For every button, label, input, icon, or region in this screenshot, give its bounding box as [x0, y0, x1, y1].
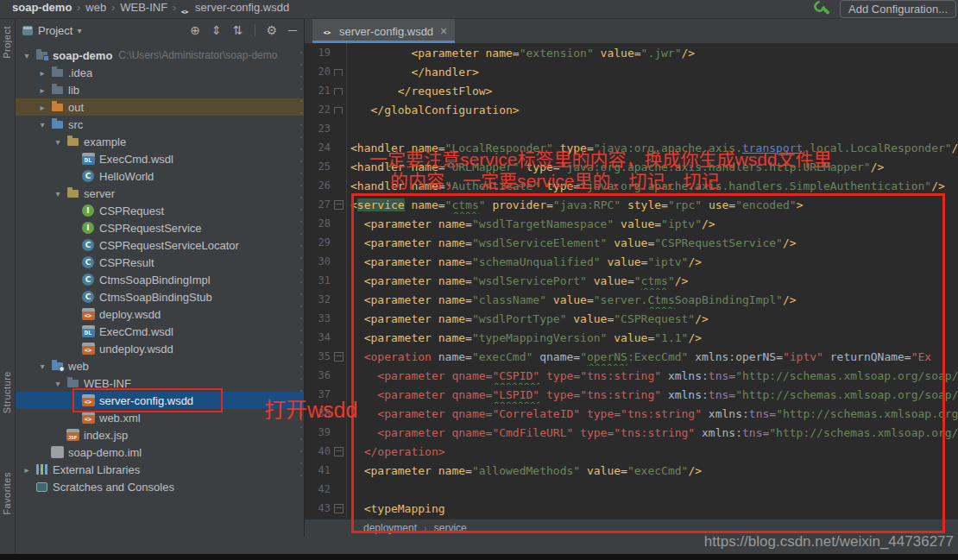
chevron-open-icon[interactable]: ▾: [50, 379, 66, 388]
panel-splitter[interactable]: [300, 52, 302, 483]
editor-tab-bar: <> server-config.wsdd ×: [305, 19, 958, 43]
fold-marker-icon[interactable]: [331, 67, 346, 76]
code-line-24[interactable]: 24<handler name="LocalResponder" type="j…: [305, 138, 958, 157]
code-line-27[interactable]: 27<service name="ctms" provider="java:RP…: [305, 195, 958, 214]
code-line-43[interactable]: 43 <typeMapping: [305, 499, 958, 518]
tree-item-web[interactable]: ▾web: [16, 357, 304, 374]
tree-item-src[interactable]: ▾src: [16, 116, 304, 133]
tree-item-WEB-INF[interactable]: ▾WEB-INF: [16, 374, 304, 392]
editor-breadcrumb-service[interactable]: service: [434, 522, 467, 534]
tree-item-index.jsp[interactable]: JSPindex.jsp: [16, 426, 304, 444]
tree-item-Scratches-and-Consoles[interactable]: Scratches and Consoles: [16, 478, 304, 495]
chevron-open-icon[interactable]: ▾: [35, 120, 50, 129]
code-editor[interactable]: 19 <parameter name="extension" value=".j…: [305, 43, 958, 519]
settings-gear-icon[interactable]: ⚙: [267, 23, 278, 37]
breadcrumb-item-server-config.wsdd[interactable]: server-config.wsdd: [195, 1, 289, 14]
tree-item-ExecCmd.wsdl[interactable]: DLExecCmd.wsdl: [16, 323, 304, 340]
add-configuration-button[interactable]: Add Configuration...: [840, 0, 956, 18]
tree-item-CtmsSoapBindingImpl[interactable]: CCtmsSoapBindingImpl: [16, 271, 304, 288]
breadcrumb-item-soap-demo[interactable]: soap-demo: [12, 1, 72, 14]
code-line-37[interactable]: 37 <parameter qname="LSPID" type="tns:st…: [305, 385, 958, 404]
tree-item-example[interactable]: ▾example: [16, 133, 304, 150]
code-line-20[interactable]: 20 </handler>: [305, 62, 958, 81]
fold-marker-icon[interactable]: [331, 86, 346, 95]
build-wrench-icon[interactable]: [815, 2, 829, 16]
tree-item-out[interactable]: ▸out: [16, 98, 304, 116]
wsdd-file-icon: <>: [320, 24, 334, 38]
tree-item-CSPRequest[interactable]: ICSPRequest: [16, 202, 304, 219]
tree-item-server-config.wsdd[interactable]: <>server-config.wsdd: [16, 392, 304, 409]
fold-marker-icon[interactable]: [331, 200, 346, 210]
code-line-40[interactable]: 40 </operation>: [305, 442, 958, 461]
code-line-28[interactable]: 28 <parameter name="wsdlTargetNamespace"…: [305, 214, 958, 233]
code-line-39[interactable]: 39 <parameter qname="CmdFileURL" type="t…: [305, 423, 958, 442]
close-tab-icon[interactable]: ×: [440, 24, 447, 38]
tree-item-soap-demo.iml[interactable]: soap-demo.iml: [16, 444, 304, 461]
tree-item-CSPResult[interactable]: CCSPResult: [16, 254, 304, 271]
tree-item-server[interactable]: ▾server: [16, 185, 304, 202]
breadcrumb-item-WEB-INF[interactable]: WEB-INF: [120, 1, 167, 14]
code-token: />: [871, 160, 885, 173]
code-line-31[interactable]: 31 <parameter name="wsdlServicePort" val…: [305, 271, 958, 290]
code-token: style=: [621, 198, 668, 211]
tree-item-undeploy.wsdd[interactable]: <>undeploy.wsdd: [16, 340, 304, 357]
chevron-open-icon[interactable]: ▾: [50, 137, 66, 147]
fold-marker-icon[interactable]: [331, 352, 346, 362]
code-line-19[interactable]: 19 <parameter name="extension" value=".j…: [305, 43, 958, 62]
code-line-38[interactable]: 38 <parameter qname="CorrelateID" type="…: [305, 404, 958, 423]
code-line-25[interactable]: 25<handler name="URLMapper" type="java:o…: [305, 157, 958, 176]
chevron-open-icon[interactable]: ▾: [19, 51, 35, 60]
tree-item-soap-demo[interactable]: ▾soap-demoC:\Users\Administrator\soap-de…: [16, 47, 304, 64]
code-line-42[interactable]: 42: [305, 480, 958, 499]
code-line-21[interactable]: 21 </requestFlow>: [305, 81, 958, 100]
tree-item-HelloWorld[interactable]: CHelloWorld: [16, 167, 304, 185]
tree-item-label: Scratches and Consoles: [53, 481, 174, 494]
fold-marker-icon[interactable]: [331, 447, 346, 456]
chevron-open-icon[interactable]: ▾: [50, 189, 66, 198]
code-line-41[interactable]: 41 <parameter name="allowedMethods" valu…: [305, 461, 958, 480]
tree-item-CSPRequestServiceLocator[interactable]: CCSPRequestServiceLocator: [16, 236, 304, 254]
tree-item-External-Libraries[interactable]: ▸External Libraries: [16, 461, 304, 478]
project-panel-title[interactable]: Project: [38, 24, 72, 37]
tree-item-CtmsSoapBindingStub[interactable]: CCtmsSoapBindingStub: [16, 288, 304, 305]
code-line-22[interactable]: 22 </globalConfiguration>: [305, 100, 958, 119]
breadcrumb-item-web[interactable]: web: [85, 1, 106, 14]
code-line-34[interactable]: 34 <parameter name="typeMappingVersion" …: [305, 328, 958, 347]
code-line-26[interactable]: 26<handler name="Authenticate" type="jav…: [305, 176, 958, 195]
tree-item-lib[interactable]: ▸lib: [16, 81, 304, 98]
chevron-down-icon[interactable]: ▾: [77, 26, 81, 35]
code-token: />: [952, 142, 958, 154]
tool-window-bar: Project Structure Favorites: [0, 19, 16, 555]
fold-marker-icon[interactable]: [331, 504, 346, 513]
editor-breadcrumb-deployment[interactable]: deployment: [363, 522, 417, 534]
code-line-29[interactable]: 29 <parameter name="wsdlServiceElement" …: [305, 233, 958, 252]
code-line-33[interactable]: 33 <parameter name="wsdlPortType" value=…: [305, 309, 958, 328]
fold-marker-icon[interactable]: [331, 105, 346, 114]
locate-file-icon[interactable]: ⊕: [190, 23, 200, 37]
code-line-23[interactable]: 23: [305, 119, 958, 138]
chevron-closed-icon[interactable]: ▸: [19, 465, 35, 475]
tool-window-favorites[interactable]: Favorites: [2, 472, 12, 515]
code-line-36[interactable]: 36 <parameter qname="CSPID" type="tns:st…: [305, 366, 958, 385]
expand-all-icon[interactable]: ⇕: [211, 23, 222, 37]
chevron-open-icon[interactable]: ▾: [35, 362, 50, 371]
tree-item-CSPRequestService[interactable]: ICSPRequestService: [16, 219, 304, 236]
tool-window-project[interactable]: Project: [2, 26, 12, 59]
tree-item-.idea[interactable]: ▸.idea: [16, 64, 304, 81]
collapse-all-icon[interactable]: ⇅: [233, 23, 243, 37]
tree-item-deploy.wsdd[interactable]: <>deploy.wsdd: [16, 305, 304, 323]
tab-server-config-wsdd[interactable]: <> server-config.wsdd ×: [312, 19, 455, 43]
breadcrumb-separator: ›: [424, 523, 427, 533]
code-token: type=: [539, 388, 580, 401]
tree-item-web.xml[interactable]: <>web.xml: [16, 409, 304, 426]
code-line-35[interactable]: 35 <operation name="execCmd" qname="oper…: [305, 347, 958, 366]
tool-window-structure[interactable]: Structure: [2, 371, 12, 413]
tree-item-ExecCmd.wsdl[interactable]: DLExecCmd.wsdl: [16, 150, 304, 167]
chevron-closed-icon[interactable]: ▸: [35, 103, 50, 112]
code-line-30[interactable]: 30 <parameter name="schemaUnqualified" v…: [305, 252, 958, 271]
chevron-closed-icon[interactable]: ▸: [35, 85, 50, 95]
code-line-32[interactable]: 32 <parameter name="className" value="se…: [305, 290, 958, 309]
tree-item-label: CSPRequestServiceLocator: [99, 239, 239, 252]
chevron-closed-icon[interactable]: ▸: [35, 68, 50, 78]
hide-panel-icon[interactable]: ─: [288, 23, 297, 37]
